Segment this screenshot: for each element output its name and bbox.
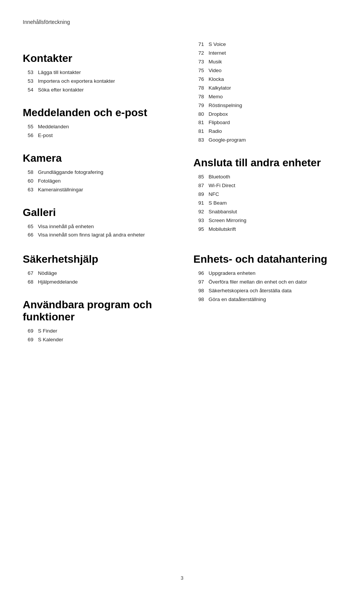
entry-text: Mobilutskrift bbox=[209, 225, 236, 234]
entry-text: Söka efter kontakter bbox=[38, 86, 84, 95]
entry-num: 98 bbox=[193, 287, 204, 295]
entry-num: 75 bbox=[193, 66, 204, 75]
entry-text: Meddelanden bbox=[38, 123, 69, 131]
entry-num: 80 bbox=[193, 110, 204, 119]
entry-text: Flipboard bbox=[209, 118, 230, 127]
heading-sakerhet: Säkerhetshjälp bbox=[23, 253, 171, 265]
entry-num: 97 bbox=[193, 278, 204, 287]
entry-text: Musik bbox=[209, 58, 222, 66]
entry-text: Uppgradera enheten bbox=[209, 269, 256, 278]
entry-num: 63 bbox=[23, 186, 33, 194]
list-item: 81 Flipboard bbox=[193, 118, 341, 127]
right-column: 71 S Voice 72 Internet 73 Musik 75 Video bbox=[193, 40, 341, 241]
header-title: Innehållsförteckning bbox=[23, 19, 70, 25]
entry-text: Göra en dataåterställning bbox=[209, 295, 266, 304]
entry-text: Memo bbox=[209, 93, 223, 101]
list-item: 53 Lägga till kontakter bbox=[23, 68, 171, 77]
list-item: 56 E-post bbox=[23, 131, 171, 140]
entry-num: 53 bbox=[23, 77, 33, 86]
heading-kontakter: Kontakter bbox=[23, 52, 171, 65]
list-item: 79 Röstinspelning bbox=[193, 101, 341, 110]
entry-num: 83 bbox=[193, 136, 204, 145]
list-item: 95 Mobilutskrift bbox=[193, 225, 341, 234]
entry-num: 71 bbox=[193, 40, 204, 49]
entry-text: Kalkylator bbox=[209, 84, 231, 93]
heading-galleri: Galleri bbox=[23, 207, 171, 219]
section-kontakter: Kontakter 53 Lägga till kontakter 53 Imp… bbox=[23, 52, 171, 95]
entry-num: 58 bbox=[23, 168, 33, 177]
section-meddelanden: Meddelanden och e-post 55 Meddelanden 56… bbox=[23, 107, 171, 140]
entry-num: 56 bbox=[23, 131, 33, 140]
list-item: 68 Hjälpmeddelande bbox=[23, 278, 171, 287]
entry-text: E-post bbox=[38, 131, 53, 140]
entry-num: 98 bbox=[193, 295, 204, 304]
entry-num: 93 bbox=[193, 216, 204, 225]
list-item: 66 Visa innehåll som finns lagrat på and… bbox=[23, 231, 171, 240]
entry-num: 67 bbox=[23, 269, 33, 278]
list-item: 83 Google-program bbox=[193, 136, 341, 145]
entry-text: Importera och exportera kontakter bbox=[38, 77, 115, 86]
entry-num: 76 bbox=[193, 75, 204, 84]
list-item: 78 Kalkylator bbox=[193, 84, 341, 93]
bottom-right-column: Enhets- och datahantering 96 Uppgradera … bbox=[193, 241, 341, 346]
section-ansluta: Ansluta till andra enheter 85 Bluetooth … bbox=[193, 157, 341, 234]
entry-num: 85 bbox=[193, 173, 204, 181]
entries-kontakter: 53 Lägga till kontakter 53 Importera och… bbox=[23, 68, 171, 95]
entry-num: 72 bbox=[193, 49, 204, 58]
entry-num: 78 bbox=[193, 93, 204, 101]
entry-text: Google-program bbox=[209, 136, 246, 145]
entry-text: Röstinspelning bbox=[209, 101, 242, 110]
list-item: 60 Fotolägen bbox=[23, 177, 171, 186]
entry-text: Snabbanslut bbox=[209, 208, 237, 216]
entry-num: 60 bbox=[23, 177, 33, 186]
section-kamera: Kamera 58 Grundläggande fotografering 60… bbox=[23, 152, 171, 194]
page-header: Innehållsförteckning bbox=[23, 19, 341, 25]
list-item: 78 Memo bbox=[193, 93, 341, 101]
entries-sakerhet: 67 Nödläge 68 Hjälpmeddelande bbox=[23, 269, 171, 287]
entry-text: Video bbox=[209, 66, 221, 75]
entry-num: 55 bbox=[23, 123, 33, 131]
list-item: 85 Bluetooth bbox=[193, 173, 341, 181]
entries-kamera: 58 Grundläggande fotografering 60 Fotolä… bbox=[23, 168, 171, 194]
entries-meddelanden: 55 Meddelanden 56 E-post bbox=[23, 123, 171, 140]
list-item: 80 Dropbox bbox=[193, 110, 341, 119]
entry-text: Internet bbox=[209, 49, 226, 58]
list-item: 89 NFC bbox=[193, 190, 341, 199]
section-misc: 71 S Voice 72 Internet 73 Musik 75 Video bbox=[193, 40, 341, 145]
entry-text: S Finder bbox=[38, 327, 57, 336]
entry-text: Radio bbox=[209, 127, 222, 136]
list-item: 93 Screen Mirroring bbox=[193, 216, 341, 225]
list-item: 53 Importera och exportera kontakter bbox=[23, 77, 171, 86]
list-item: 97 Överföra filer mellan din enhet och e… bbox=[193, 278, 341, 287]
heading-anvandbar: Användbara program och funktioner bbox=[23, 299, 171, 323]
entry-num: 53 bbox=[23, 68, 33, 77]
list-item: 55 Meddelanden bbox=[23, 123, 171, 131]
entry-num: 91 bbox=[193, 199, 204, 208]
entry-num: 66 bbox=[23, 231, 33, 240]
entry-text: Visa innehåll på enheten bbox=[38, 222, 94, 231]
bottom-section: Säkerhetshjälp 67 Nödläge 68 Hjälpmeddel… bbox=[23, 241, 341, 346]
list-item: 71 S Voice bbox=[193, 40, 341, 49]
entry-num: 81 bbox=[193, 118, 204, 127]
page: Innehållsförteckning Kontakter 53 Lägga … bbox=[0, 0, 364, 596]
section-enhets: Enhets- och datahantering 96 Uppgradera … bbox=[193, 253, 341, 304]
entries-enhets: 96 Uppgradera enheten 97 Överföra filer … bbox=[193, 269, 341, 304]
list-item: 65 Visa innehåll på enheten bbox=[23, 222, 171, 231]
entries-ansluta: 85 Bluetooth 87 Wi-Fi Direct 89 NFC 91 S… bbox=[193, 173, 341, 234]
entry-text: Fotolägen bbox=[38, 177, 61, 186]
entry-num: 69 bbox=[23, 327, 33, 336]
section-galleri: Galleri 65 Visa innehåll på enheten 66 V… bbox=[23, 207, 171, 240]
entry-num: 65 bbox=[23, 222, 33, 231]
entry-text: Visa innehåll som finns lagrat på andra … bbox=[38, 231, 145, 240]
entry-num: 92 bbox=[193, 208, 204, 216]
list-item: 81 Radio bbox=[193, 127, 341, 136]
list-item: 91 S Beam bbox=[193, 199, 341, 208]
entry-num: 78 bbox=[193, 84, 204, 93]
entry-text: Kamerainställningar bbox=[38, 186, 83, 194]
entry-num: 87 bbox=[193, 181, 204, 190]
list-item: 96 Uppgradera enheten bbox=[193, 269, 341, 278]
list-item: 98 Säkerhetskopiera och återställa data bbox=[193, 287, 341, 295]
left-column: Kontakter 53 Lägga till kontakter 53 Imp… bbox=[23, 40, 171, 241]
content-grid: Kontakter 53 Lägga till kontakter 53 Imp… bbox=[23, 40, 341, 241]
entry-text: S Voice bbox=[209, 40, 226, 49]
